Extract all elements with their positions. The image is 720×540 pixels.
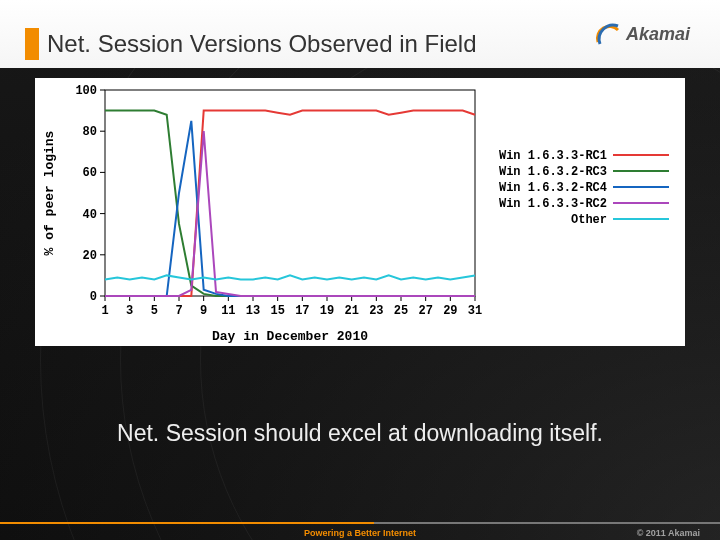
x-tick-label: 31 xyxy=(468,304,482,318)
brand-logo: Akamai xyxy=(594,20,690,48)
footer: Powering a Better Internet © 2011 Akamai xyxy=(0,505,720,540)
x-tick-label: 3 xyxy=(126,304,133,318)
x-tick-label: 5 xyxy=(151,304,158,318)
x-tick-label: 7 xyxy=(175,304,182,318)
x-axis-label: Day in December 2010 xyxy=(212,329,368,344)
y-tick-label: 80 xyxy=(83,125,97,139)
line-chart: 020406080100135791113151719212325272931D… xyxy=(35,78,685,346)
legend-label: Win 1.6.3.3-RC1 xyxy=(499,149,607,163)
x-tick-label: 23 xyxy=(369,304,383,318)
legend-label: Other xyxy=(571,213,607,227)
slide-subtitle: Net. Session should excel at downloading… xyxy=(0,420,720,447)
x-tick-label: 21 xyxy=(344,304,358,318)
y-tick-label: 0 xyxy=(90,290,97,304)
wave-icon xyxy=(594,20,622,48)
legend-label: Win 1.6.3.2-RC3 xyxy=(499,165,607,179)
x-tick-label: 1 xyxy=(101,304,108,318)
footer-tagline: Powering a Better Internet xyxy=(0,528,720,538)
footer-divider xyxy=(0,522,720,524)
legend-label: Win 1.6.3.3-RC2 xyxy=(499,197,607,211)
x-tick-label: 11 xyxy=(221,304,235,318)
y-tick-label: 100 xyxy=(75,84,97,98)
chart-container: 020406080100135791113151719212325272931D… xyxy=(35,78,685,346)
x-tick-label: 19 xyxy=(320,304,334,318)
slide: Net. Session Versions Observed in Field … xyxy=(0,0,720,540)
x-tick-label: 25 xyxy=(394,304,408,318)
x-tick-label: 27 xyxy=(418,304,432,318)
x-tick-label: 29 xyxy=(443,304,457,318)
y-tick-label: 40 xyxy=(83,208,97,222)
x-tick-label: 13 xyxy=(246,304,260,318)
legend-label: Win 1.6.3.2-RC4 xyxy=(499,181,607,195)
y-tick-label: 60 xyxy=(83,166,97,180)
brand-name: Akamai xyxy=(626,24,690,45)
y-axis-label: % of peer logins xyxy=(42,130,57,255)
x-tick-label: 9 xyxy=(200,304,207,318)
x-tick-label: 15 xyxy=(270,304,284,318)
slide-title: Net. Session Versions Observed in Field xyxy=(47,30,477,58)
y-tick-label: 20 xyxy=(83,249,97,263)
svg-rect-0 xyxy=(105,90,475,296)
x-tick-label: 17 xyxy=(295,304,309,318)
title-accent-block xyxy=(25,28,39,60)
footer-copyright: © 2011 Akamai xyxy=(637,528,700,538)
